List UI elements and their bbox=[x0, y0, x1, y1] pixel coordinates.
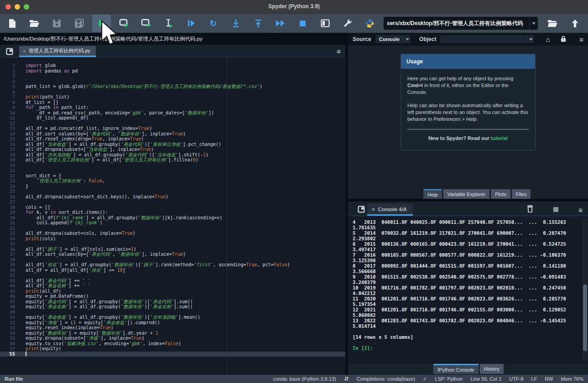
code-line[interactable]: 39all_df['排名'] = all_df.groupby('数据年份')[… bbox=[0, 262, 345, 268]
status-completions[interactable]: Completions: conda(base) bbox=[357, 376, 415, 382]
code-line[interactable]: 15all_df.reset_index(drop=True, inplace=… bbox=[0, 136, 345, 142]
code-line[interactable]: 28cols = [] bbox=[0, 205, 345, 210]
code-line[interactable]: 1import glob bbox=[0, 63, 345, 68]
code-line[interactable]: 37all_df.sort_values(by=['基金代码', '数据年份']… bbox=[0, 252, 345, 257]
code-line[interactable]: 49 bbox=[0, 310, 345, 315]
code-line[interactable]: 18all_df['次年涨跌幅'] = all_df.groupby('基金代码… bbox=[0, 152, 345, 158]
code-line[interactable]: 9for _path in path_list: bbox=[0, 105, 345, 110]
remove-variables-button[interactable] bbox=[527, 205, 533, 214]
stop-button[interactable] bbox=[293, 15, 312, 32]
code-line-current[interactable]: 55 bbox=[0, 352, 345, 357]
code-line[interactable]: 57print(equity) bbox=[0, 346, 345, 352]
interrupt-kernel-button[interactable] bbox=[553, 206, 558, 214]
parent-directory-button[interactable] bbox=[566, 15, 584, 32]
code-line[interactable]: 30 all_df[f'{k}_rank'] = all_df.groupby(… bbox=[0, 215, 345, 221]
help-object-dropdown[interactable] bbox=[527, 35, 534, 43]
code-line[interactable]: 29for k, v in sort_dict.items(): bbox=[0, 210, 345, 215]
debug-file-button[interactable] bbox=[182, 15, 200, 32]
code-line[interactable]: 24} bbox=[0, 184, 345, 189]
debug-rerun-button[interactable]: ↻ bbox=[204, 15, 223, 32]
preferences-button[interactable] bbox=[338, 15, 357, 32]
close-tab-icon[interactable]: × bbox=[23, 48, 26, 54]
console-options-menu-icon[interactable]: ≡ bbox=[578, 206, 583, 214]
code-line[interactable]: 6 bbox=[0, 89, 345, 95]
status-conda-env[interactable]: conda: base (Python 3.9.13) bbox=[273, 376, 336, 382]
code-line[interactable]: 51equity['基金收益'] = all_df.groupby('数据年份'… bbox=[0, 315, 345, 320]
code-line[interactable]: 46equity = pd.DataFrame() bbox=[0, 294, 345, 299]
code-line[interactable]: 3 bbox=[0, 73, 345, 79]
save-button[interactable] bbox=[47, 15, 66, 32]
code-line[interactable]: 45print(all_df) bbox=[0, 289, 345, 294]
continue-execution-button[interactable] bbox=[271, 15, 290, 32]
code-line[interactable]: 53equity.reset_index(inplace=True) bbox=[0, 325, 345, 331]
code-line[interactable]: 5path_list = glob.glob(r'/Users/xbx/Desk… bbox=[0, 84, 345, 89]
new-file-button[interactable] bbox=[3, 15, 21, 32]
code-line[interactable]: 54equity['数据年份'] = equity['数据年份'].dt.yea… bbox=[0, 331, 345, 336]
working-directory-dropdown[interactable] bbox=[529, 17, 537, 29]
help-source-combo[interactable]: Console bbox=[375, 35, 411, 44]
help-object-combo[interactable] bbox=[440, 35, 535, 44]
code-line[interactable]: 21 bbox=[0, 168, 345, 173]
code-line[interactable]: 13all_df = pd.concat(df_list, ignore_ind… bbox=[0, 126, 345, 131]
tab-variable-explorer[interactable]: Variable Explorer bbox=[443, 189, 490, 199]
code-line[interactable]: 17all_df.dropna(subset=['当年收益'], inplace… bbox=[0, 147, 345, 152]
tutorial-link[interactable]: tutorial bbox=[491, 135, 508, 141]
code-line[interactable]: 52equity['净值'] = (1 + equity['基金收益']).cu… bbox=[0, 320, 345, 326]
code-line[interactable]: 14all_df.sort_values(by=['基金代码', '数据年份']… bbox=[0, 131, 345, 137]
open-file-button[interactable] bbox=[25, 15, 44, 32]
code-line[interactable]: 38 bbox=[0, 257, 345, 263]
code-line[interactable]: 40all_df = all_df[all_df['排名'] <= 10] bbox=[0, 268, 345, 273]
browse-working-directory-button[interactable] bbox=[543, 15, 562, 32]
code-line[interactable]: 16all_df['当年收益'] = all_df.groupby('基金代码'… bbox=[0, 142, 345, 147]
code-line[interactable]: 43all_df['基金代码'] += ' ' bbox=[0, 278, 345, 284]
code-line[interactable]: 41 bbox=[0, 273, 345, 278]
close-console-icon[interactable]: × bbox=[372, 207, 375, 212]
code-line[interactable]: 47equity['基金代码'] = all_df.groupby('数据年份'… bbox=[0, 299, 345, 305]
code-line[interactable]: 36all_df['因子'] = all_df[cols].sum(axis=1… bbox=[0, 247, 345, 252]
code-line[interactable]: 12 bbox=[0, 121, 345, 126]
code-line[interactable]: 48equity['基金名称'] = all_df.groupby('数据年份'… bbox=[0, 304, 345, 310]
ipython-console[interactable]: 4 2013 040011.OF 040025.OF 090011.OF 257… bbox=[348, 216, 588, 364]
code-line[interactable]: 20 bbox=[0, 163, 345, 168]
code-line[interactable]: 25 bbox=[0, 189, 345, 194]
code-line[interactable]: 33all_df.dropna(subset=cols, inplace=Tru… bbox=[0, 231, 345, 236]
help-options-menu-icon[interactable]: ≡ bbox=[579, 36, 583, 43]
editor-tab[interactable]: × 管理人员工持有比例代码.py bbox=[19, 46, 96, 57]
tab-help[interactable]: Help bbox=[423, 189, 442, 199]
code-line[interactable]: 55equity.dropna(subset=['净值'], inplace=T… bbox=[0, 336, 345, 341]
status-lsp[interactable]: LSP: Python bbox=[435, 376, 463, 382]
code-line[interactable]: 7print(path_list) bbox=[0, 94, 345, 100]
python-environment-button[interactable] bbox=[360, 15, 379, 32]
code-line[interactable]: 2import pandas as pd bbox=[0, 68, 345, 74]
tab-ipython-console[interactable]: IPython Console bbox=[433, 364, 479, 374]
home-icon[interactable]: ⌂ bbox=[546, 36, 550, 43]
code-line[interactable]: 10 _df = pd.read_csv(_path, encoding='gb… bbox=[0, 110, 345, 116]
code-line[interactable]: 27 bbox=[0, 199, 345, 205]
code-line[interactable]: 31 cols.append(f'{k}_rank') bbox=[0, 220, 345, 226]
code-line[interactable]: 56equity.to_csv('策略净值.csv', encoding='gb… bbox=[0, 341, 345, 347]
tab-plots[interactable]: Plots bbox=[491, 189, 510, 199]
code-line[interactable]: 35 bbox=[0, 241, 345, 247]
console-tab[interactable]: × Console 4/A bbox=[367, 204, 413, 216]
editor-options-menu-icon[interactable]: ≡ bbox=[337, 47, 341, 55]
code-line[interactable]: 11 df_list.append(_df) bbox=[0, 115, 345, 121]
code-line[interactable]: 32 bbox=[0, 226, 345, 231]
tab-history[interactable]: History bbox=[480, 364, 504, 374]
code-line[interactable]: 23 '管理人员工持有比例': False, bbox=[0, 178, 345, 184]
lock-icon[interactable] bbox=[561, 36, 566, 43]
code-line[interactable]: 19all_df['管理人员工持有比例'] = all_df['管理人员工持有比… bbox=[0, 157, 345, 163]
help-source-dropdown[interactable] bbox=[403, 35, 411, 43]
run-cell-advance-button[interactable] bbox=[137, 15, 156, 32]
code-line[interactable]: 4 bbox=[0, 79, 345, 84]
tab-files[interactable]: Files bbox=[512, 189, 531, 199]
step-into-button[interactable] bbox=[226, 15, 245, 32]
step-out-button[interactable] bbox=[249, 15, 267, 32]
console-scrollbar[interactable] bbox=[583, 218, 588, 362]
code-line[interactable]: 34print(cols) bbox=[0, 236, 345, 242]
code-line[interactable]: 26all_df.dropna(subset=sort_dict.keys(),… bbox=[0, 194, 345, 200]
code-line[interactable]: 8df_list = [] bbox=[0, 100, 345, 105]
code-line[interactable]: 22sort_dict = { bbox=[0, 173, 345, 179]
code-line[interactable]: 44all_df['基金名称'] += ' ' bbox=[0, 283, 345, 289]
save-all-button[interactable] bbox=[70, 15, 88, 32]
new-console-button[interactable] bbox=[354, 204, 368, 215]
